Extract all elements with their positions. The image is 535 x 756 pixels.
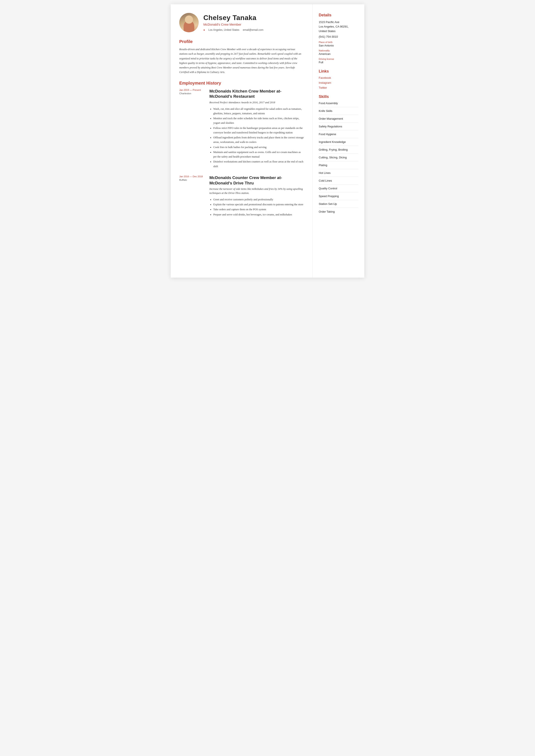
job-content-2: McDonalds Counter Crew Member at- McDona… — [210, 175, 304, 217]
skill-item: Food Assembly — [319, 101, 358, 107]
bullet-item: Cook fries in bulk bathes for packing an… — [213, 145, 304, 150]
job-dates-2: Jan 2016 — Dec 2018 — [179, 175, 205, 178]
driving-license-label: Driving license — [319, 58, 358, 60]
bullet-item: Explain the various specials and promoti… — [213, 202, 304, 207]
skill-item: Station Set-Up — [319, 202, 358, 208]
header-location: Los Angeles, United States — [208, 28, 239, 31]
link-twitter[interactable]: Twitter — [319, 86, 358, 89]
skill-item: Grilling, Frying, Broiling — [319, 148, 358, 154]
skill-item: Cutting, Slicing, Dicing — [319, 156, 358, 161]
place-of-birth-label: Place of birth — [319, 41, 358, 43]
skill-item: Safety Regulations — [319, 125, 358, 130]
job-location-2: Buffalo — [179, 179, 205, 181]
avatar — [179, 13, 199, 32]
job-title-1: McDonalds Kitchen Crew Member at- McDona… — [210, 89, 304, 99]
address-line1: 1515 Pacific Ave Los Angeles, CA 90291, … — [319, 20, 358, 33]
skill-item: Ingredient Knowledge — [319, 140, 358, 146]
employment-section-title: Employment History — [179, 81, 304, 86]
job-content-1: McDonalds Kitchen Crew Member at- McDona… — [210, 89, 304, 169]
skill-item: Order Taking — [319, 210, 358, 215]
bullet-item: Offload ingredient pallets from delivery… — [213, 135, 304, 145]
skills-section-title: Skills — [319, 95, 358, 99]
bullet-item: Wash, cut, trim and slice all vegetables… — [213, 107, 304, 116]
bullet-item: Monitor and track the order schedule for… — [213, 116, 304, 126]
driving-license-value: Full — [319, 61, 358, 64]
skill-item: Speed Prepping — [319, 195, 358, 200]
sidebar: Details 1515 Pacific Ave Los Angeles, CA… — [313, 4, 364, 278]
bullet-item: Maintain and sanitize equipment such as … — [213, 150, 304, 159]
bullet-item: Greet and receive customers politely and… — [213, 197, 304, 202]
link-facebook[interactable]: Facebook — [319, 76, 358, 79]
job-bullets-1: Wash, cut, trim and slice all vegetables… — [210, 107, 304, 169]
job-meta-1: Jan 2019 — Present Charleston — [179, 89, 205, 169]
skill-item: Cold Lines — [319, 179, 358, 185]
candidate-title: McDonald's Crew Member — [203, 23, 304, 26]
links-section-title: Links — [319, 69, 358, 73]
job-subtitle-1: Received Perfect Attendance Awards in 20… — [210, 100, 304, 104]
job-location-1: Charleston — [179, 92, 205, 95]
link-instagram[interactable]: Instagram — [319, 81, 358, 84]
header-section: Chelsey Tanaka McDonald's Crew Member ● … — [179, 13, 304, 32]
nationality-label: Nationality — [319, 49, 358, 52]
nationality-value: American — [319, 52, 358, 56]
skill-item: Hot Lines — [319, 171, 358, 177]
skill-item: Knife Skills — [319, 109, 358, 115]
job-meta-2: Jan 2016 — Dec 2018 Buffalo — [179, 175, 205, 217]
skill-item: Quality Control — [319, 187, 358, 192]
bullet-item: Prepare and serve cold drinks, hot bever… — [213, 212, 304, 217]
header-contact: ● Los Angeles, United States email@email… — [203, 28, 304, 31]
bullet-item: Take orders and capture them on the POS … — [213, 207, 304, 212]
phone-number: (541) 754-3010 — [319, 35, 358, 38]
candidate-name: Chelsey Tanaka — [203, 14, 304, 22]
job-subtitle-2: Increase the turnover of side items like… — [210, 187, 304, 195]
job-bullets-2: Greet and receive customers politely and… — [210, 197, 304, 217]
resume-container: Chelsey Tanaka McDonald's Crew Member ● … — [171, 4, 364, 278]
bullet-item: Follow strict FIFO rules in the hamburge… — [213, 126, 304, 135]
bullet-item: Disinfect workstations and kitchen count… — [213, 159, 304, 169]
place-of-birth-value: San Antonio — [319, 44, 358, 47]
avatar-image — [179, 13, 199, 32]
skill-item: Food Hygiene — [319, 132, 358, 138]
header-email: email@email.com — [243, 28, 264, 31]
skill-item: Plating — [319, 163, 358, 169]
location-icon: ● — [203, 28, 205, 31]
job-title-2: McDonalds Counter Crew Member at- McDona… — [210, 175, 304, 186]
main-column: Chelsey Tanaka McDonald's Crew Member ● … — [171, 4, 313, 278]
profile-text: Results-driven and dedicated Kitchen Cre… — [179, 47, 304, 75]
details-section-title: Details — [319, 13, 358, 17]
header-info: Chelsey Tanaka McDonald's Crew Member ● … — [203, 13, 304, 31]
job-entry-1: Jan 2019 — Present Charleston McDonalds … — [179, 89, 304, 169]
job-entry-2: Jan 2016 — Dec 2018 Buffalo McDonalds Co… — [179, 175, 304, 217]
job-dates-1: Jan 2019 — Present — [179, 89, 205, 91]
skill-item: Order Management — [319, 117, 358, 123]
profile-section-title: Profile — [179, 39, 304, 44]
